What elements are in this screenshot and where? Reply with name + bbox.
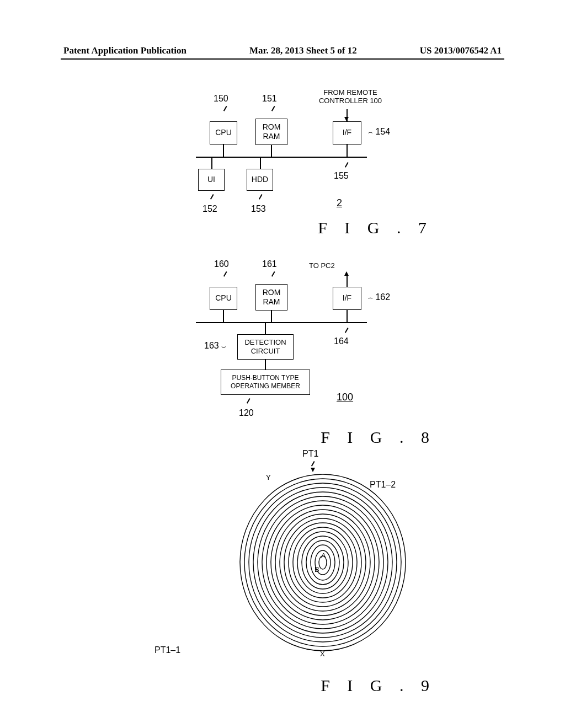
fig8-if-block: I/F <box>333 287 361 310</box>
svg-point-6 <box>266 501 379 624</box>
fig9-pt1-label: PT1 <box>302 449 318 459</box>
fig7-ref-bus: 155 <box>334 171 349 181</box>
fig8-push-label: PUSH-BUTTON TYPE OPERATING MEMBER <box>231 374 300 390</box>
fig7-ref-if: ⌢ 154 <box>368 127 390 137</box>
figure-9: PT1 PT1–2 PT1–1 <box>154 452 430 684</box>
fig7-ref-ui: 152 <box>202 204 217 214</box>
fig8-romram-label: ROM RAM <box>263 288 281 307</box>
svg-point-15 <box>306 540 339 585</box>
fig7-ref-cpu: 150 <box>214 94 228 104</box>
fig8-detection-label: DETECTION CIRCUIT <box>244 338 286 356</box>
fig7-input-label: FROM REMOTE CONTROLLER 100 <box>309 88 392 105</box>
fig7-romram-label: ROM RAM <box>263 122 281 142</box>
svg-point-1 <box>244 479 401 646</box>
figure-7: 150 151 FROM REMOTE CONTROLLER 100 CPU R… <box>185 88 428 243</box>
svg-point-11 <box>289 523 357 602</box>
fig8-ref-detection: 163 ⌣ <box>204 341 226 351</box>
fig9-pt1-1-label: PT1–1 <box>154 645 180 655</box>
header-right: US 2013/0076542 A1 <box>420 45 502 56</box>
svg-point-14 <box>302 536 344 589</box>
fig7-ref-romram: 151 <box>262 94 277 104</box>
fig7-ui-label: UI <box>207 175 215 185</box>
header-left: Patent Application Publication <box>63 45 186 56</box>
svg-point-8 <box>275 510 370 615</box>
fig8-caption: F I G . 8 <box>321 428 436 447</box>
fig9-spiral <box>234 469 411 658</box>
fig7-if-label: I/F <box>343 128 351 138</box>
fig9-x-label: X <box>320 650 325 658</box>
fig8-ref-if: ⌢ 162 <box>368 292 390 302</box>
fig7-if-block: I/F <box>333 121 361 144</box>
svg-point-13 <box>297 532 348 593</box>
fig7-caption: F I G . 7 <box>318 218 433 237</box>
fig9-y-label: Y <box>266 473 271 481</box>
fig8-cpu-block: CPU <box>210 287 237 310</box>
fig8-if-label: I/F <box>343 293 351 303</box>
fig7-device-ref: 2 <box>337 197 342 209</box>
fig8-ref-cpu: 160 <box>214 259 229 269</box>
svg-point-4 <box>258 492 388 633</box>
fig8-ref-romram: 161 <box>262 259 277 269</box>
fig7-romram-block: ROM RAM <box>255 119 287 145</box>
fig8-romram-block: ROM RAM <box>255 284 287 311</box>
fig9-a-label: A <box>321 552 326 560</box>
fig8-ref-bus: 164 <box>334 336 349 346</box>
fig7-ref-hdd: 153 <box>251 204 266 214</box>
fig7-cpu-block: CPU <box>210 121 237 144</box>
fig8-device-ref: 100 <box>337 392 353 403</box>
fig9-caption: F I G . 9 <box>321 676 436 695</box>
fig8-cpu-label: CPU <box>215 293 232 303</box>
fig7-hdd-label: HDD <box>252 175 268 185</box>
header-rule <box>61 58 504 60</box>
fig9-b-label: B <box>315 565 319 574</box>
svg-point-7 <box>271 505 375 620</box>
fig7-cpu-label: CPU <box>215 128 232 138</box>
fig7-ui-block: UI <box>198 169 225 191</box>
fig8-detection-block: DETECTION CIRCUIT <box>237 334 294 360</box>
fig8-push-block: PUSH-BUTTON TYPE OPERATING MEMBER <box>221 370 310 395</box>
svg-point-5 <box>262 496 383 629</box>
spiral-icon <box>234 469 411 656</box>
figure-8: 160 161 TO PC2 CPU ROM RAM I/F ⌢ 162 164… <box>166 254 430 441</box>
page-header: Patent Application Publication Mar. 28, … <box>63 45 502 56</box>
header-center: Mar. 28, 2013 Sheet 5 of 12 <box>249 45 357 56</box>
fig8-ref-push: 120 <box>239 408 254 418</box>
fig8-input-label: TO PC2 <box>309 261 335 270</box>
svg-point-3 <box>253 488 392 638</box>
fig7-hdd-block: HDD <box>247 169 273 191</box>
